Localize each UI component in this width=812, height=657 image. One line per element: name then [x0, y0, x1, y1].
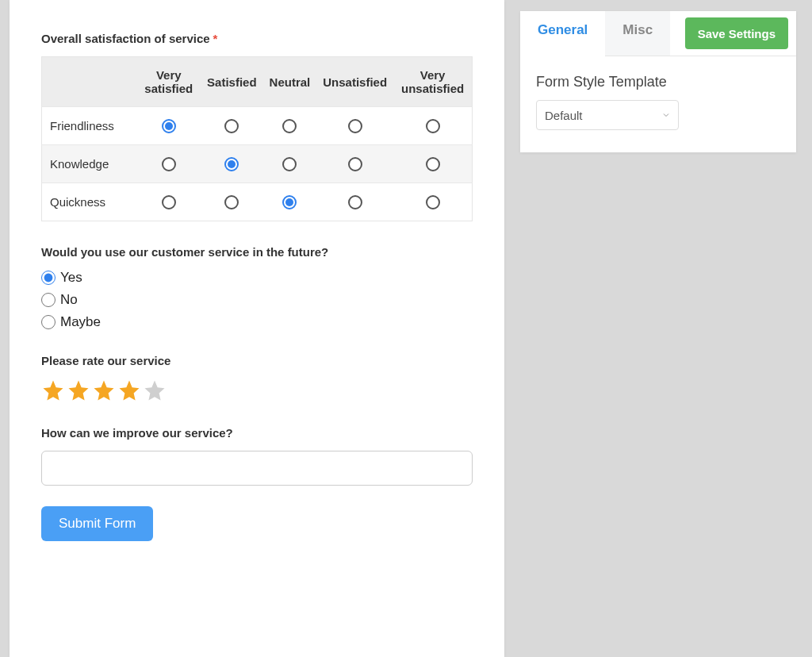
star-rating[interactable]	[41, 378, 473, 402]
row-label: Friendliness	[42, 107, 137, 145]
matrix-radio[interactable]	[348, 119, 362, 133]
col-very-satisfied: Very satisfied	[137, 57, 201, 107]
q4-label: How can we improve our service?	[41, 426, 473, 440]
matrix-radio[interactable]	[282, 195, 297, 209]
col-unsatisfied: Unsatisfied	[316, 57, 393, 107]
q2-label: Would you use our customer service in th…	[41, 245, 473, 259]
radio-input[interactable]	[41, 293, 56, 307]
matrix-radio[interactable]	[426, 195, 440, 209]
q2-opt-yes[interactable]: Yes	[41, 270, 473, 286]
matrix-radio[interactable]	[162, 195, 176, 209]
star-icon[interactable]	[67, 378, 90, 402]
settings-sidebar: General Misc Save Settings Form Style Te…	[520, 11, 796, 152]
matrix-radio[interactable]	[162, 157, 176, 171]
col-very-unsatisfied: Very unsatisfied	[393, 57, 472, 107]
row-label: Quickness	[42, 183, 137, 221]
matrix-row-quickness: Quickness	[42, 183, 473, 221]
required-marker: *	[213, 32, 218, 45]
form-preview-panel: Overall satisfaction of service* Very sa…	[10, 0, 504, 657]
matrix-radio[interactable]	[426, 157, 440, 171]
improve-input[interactable]	[41, 451, 473, 486]
tab-misc[interactable]: Misc	[605, 11, 670, 56]
radio-input[interactable]	[41, 271, 56, 285]
radio-input[interactable]	[41, 315, 56, 329]
star-icon[interactable]	[41, 378, 65, 402]
star-icon[interactable]	[92, 378, 116, 402]
template-select[interactable]: Default	[536, 100, 679, 130]
matrix-row-friendliness: Friendliness	[42, 107, 473, 145]
matrix-row-knowledge: Knowledge	[42, 145, 473, 183]
star-icon[interactable]	[117, 378, 141, 402]
q2-opt-maybe[interactable]: Maybe	[41, 314, 473, 330]
q1-label: Overall satisfaction of service*	[41, 32, 473, 45]
matrix-radio[interactable]	[348, 195, 362, 209]
star-icon[interactable]	[143, 378, 167, 402]
matrix-radio[interactable]	[162, 119, 176, 133]
template-select-value[interactable]: Default	[536, 100, 679, 130]
save-settings-button[interactable]: Save Settings	[685, 17, 788, 49]
q3-label: Please rate our service	[41, 354, 473, 367]
col-neutral: Neutral	[263, 57, 317, 107]
q2-opt-no[interactable]: No	[41, 292, 473, 308]
satisfaction-matrix: Very satisfied Satisfied Neutral Unsatis…	[41, 56, 473, 221]
matrix-radio[interactable]	[348, 157, 362, 171]
matrix-radio[interactable]	[224, 195, 239, 209]
tab-general[interactable]: General	[520, 11, 605, 56]
row-label: Knowledge	[42, 145, 137, 183]
matrix-radio[interactable]	[282, 157, 297, 171]
submit-button[interactable]: Submit Form	[41, 506, 153, 541]
opt-label: No	[60, 292, 78, 308]
matrix-radio[interactable]	[224, 157, 239, 171]
template-label: Form Style Template	[536, 74, 780, 90]
matrix-radio[interactable]	[426, 119, 440, 133]
col-satisfied: Satisfied	[201, 57, 263, 107]
q2-options: Yes No Maybe	[41, 270, 473, 330]
sidebar-tabs: General Misc Save Settings	[520, 11, 796, 56]
matrix-radio[interactable]	[282, 119, 297, 133]
matrix-radio[interactable]	[224, 119, 239, 133]
opt-label: Maybe	[60, 314, 101, 330]
opt-label: Yes	[60, 270, 82, 286]
